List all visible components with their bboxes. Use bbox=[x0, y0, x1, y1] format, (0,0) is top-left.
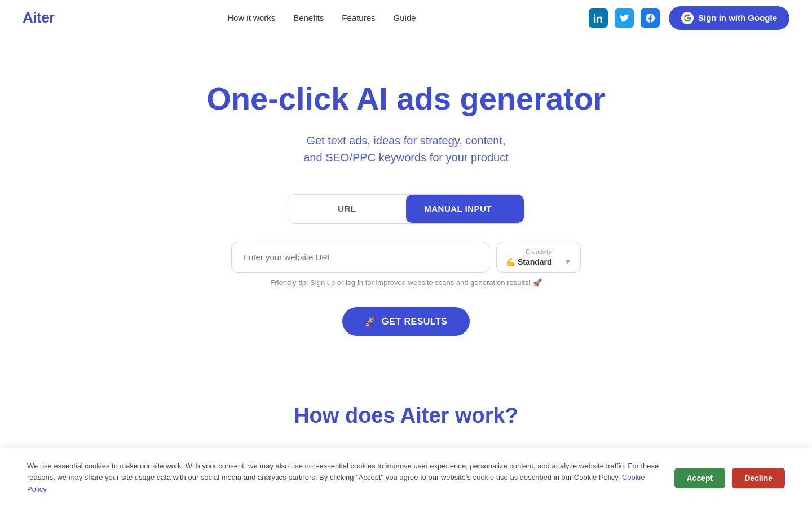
tab-manual-input[interactable]: MANUAL INPUT i bbox=[406, 195, 524, 224]
sign-in-button[interactable]: Sign in with Google bbox=[669, 6, 789, 30]
facebook-icon[interactable] bbox=[641, 8, 660, 28]
navbar-right: Sign in with Google bbox=[589, 6, 789, 30]
cookie-banner: We use essential cookies to make our sit… bbox=[0, 448, 812, 508]
nav-benefits[interactable]: Benefits bbox=[293, 13, 324, 23]
get-results-label: GET RESULTS bbox=[382, 317, 447, 327]
linkedin-icon[interactable] bbox=[589, 8, 608, 28]
brand-logo[interactable]: Aiter bbox=[23, 9, 55, 27]
get-results-button[interactable]: 🚀 GET RESULTS bbox=[342, 307, 470, 336]
cookie-decline-button[interactable]: Decline bbox=[732, 468, 785, 488]
nav-features[interactable]: Features bbox=[342, 13, 375, 23]
tab-url[interactable]: URL bbox=[288, 195, 406, 224]
creativity-arrow-icon: ▼ bbox=[564, 258, 571, 266]
navbar: Aiter How it works Benefits Features Gui… bbox=[0, 0, 812, 36]
nav-links: How it works Benefits Features Guide bbox=[227, 13, 416, 23]
nav-guide[interactable]: Guide bbox=[394, 13, 416, 23]
hero-title: One-click AI ads generator bbox=[206, 81, 606, 116]
nav-how-it-works[interactable]: How it works bbox=[227, 13, 275, 23]
how-title: How does Aiter work? bbox=[11, 404, 801, 428]
hero-section: One-click AI ads generator Get text ads,… bbox=[0, 36, 812, 370]
creativity-label: Creativity bbox=[506, 248, 571, 255]
hero-subtitle: Get text ads, ideas for strategy, conten… bbox=[303, 132, 509, 166]
tab-switcher: URL MANUAL INPUT i bbox=[288, 194, 524, 224]
twitter-icon[interactable] bbox=[615, 8, 634, 28]
cookie-text: We use essential cookies to make our sit… bbox=[27, 461, 663, 496]
sign-in-label: Sign in with Google bbox=[698, 13, 777, 23]
google-icon bbox=[681, 12, 694, 24]
get-results-icon: 🚀 bbox=[365, 316, 377, 327]
creativity-select[interactable]: Creativity 💪 Standard ▼ bbox=[496, 242, 581, 273]
friendly-tip: Friendly tip: Sign up or log in for impr… bbox=[270, 278, 541, 287]
input-area: Creativity 💪 Standard ▼ bbox=[231, 242, 581, 273]
url-input[interactable] bbox=[231, 242, 489, 273]
manual-input-info-icon[interactable]: i bbox=[497, 205, 506, 214]
cookie-accept-button[interactable]: Accept bbox=[674, 468, 726, 488]
cookie-actions: Accept Decline bbox=[674, 468, 785, 488]
creativity-value: 💪 Standard ▼ bbox=[506, 257, 571, 266]
social-icons bbox=[589, 8, 660, 28]
